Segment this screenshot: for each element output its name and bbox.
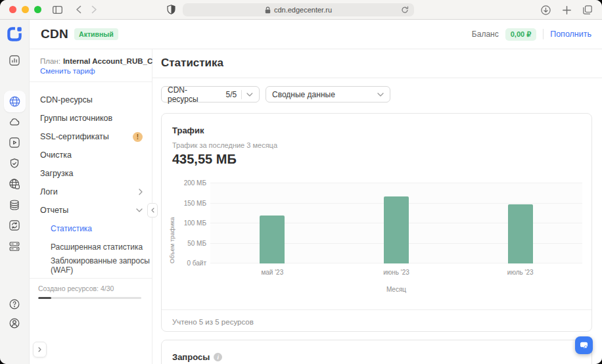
url-text: cdn.edgecenter.ru xyxy=(274,6,332,14)
address-bar[interactable]: cdn.edgecenter.ru xyxy=(183,3,414,16)
nav-collapse-handle[interactable] xyxy=(147,203,158,217)
sidebar-expand-button[interactable] xyxy=(33,342,47,357)
sidebar-toggle-icon[interactable] xyxy=(49,3,65,17)
main-content: Статистика CDN-ресурсы 5/5 Сводные данны… xyxy=(152,49,602,364)
close-window-button[interactable] xyxy=(9,6,16,13)
cdn-icon[interactable] xyxy=(7,94,22,108)
traffic-card: Трафик Трафик за последние 3 месяца 435,… xyxy=(161,113,592,332)
nav-item-ssl-certificates[interactable]: SSL-сертификаты ! xyxy=(30,127,152,146)
lock-icon xyxy=(265,7,271,14)
icon-rail xyxy=(0,20,30,364)
chevron-right-icon xyxy=(139,189,143,195)
nav-list: CDN-ресурсы Группы источников SSL-сертиф… xyxy=(30,82,152,275)
resources-progress-fill xyxy=(38,297,51,299)
privacy-shield-icon[interactable] xyxy=(163,3,179,17)
profile-icon[interactable] xyxy=(7,316,22,330)
downloads-icon[interactable] xyxy=(538,3,553,17)
page-title: Статистика xyxy=(161,57,223,70)
requests-card-title: Запросы xyxy=(172,352,210,362)
resource-filter-dropdown[interactable]: CDN-ресурсы 5/5 xyxy=(161,86,260,102)
security-shield-icon[interactable] xyxy=(7,156,22,171)
nav-item-reports[interactable]: Отчеты xyxy=(30,201,152,219)
app-header: CDN Активный Баланс 0,00 ₽ Пополнить xyxy=(30,20,602,49)
title-divider xyxy=(152,78,602,78)
gridline xyxy=(210,183,582,183)
chart-plot xyxy=(210,183,582,263)
chart-x-axis-title: Месяц xyxy=(210,286,582,293)
y-tick-label: 200 МБ xyxy=(184,179,206,187)
data-type-dropdown[interactable]: Сводные данные xyxy=(266,86,390,102)
tab-overview-icon[interactable] xyxy=(580,3,595,17)
browser-window: cdn.edgecenter.ru xyxy=(0,0,602,364)
y-tick-label: 50 МБ xyxy=(187,240,206,247)
x-tick-label: июнь '23 xyxy=(335,269,459,276)
plan-block: План: Internal Account_RUB_C... i Сменит… xyxy=(30,49,152,82)
minimize-window-button[interactable] xyxy=(22,6,29,13)
resource-filter-count: 5/5 xyxy=(226,90,237,99)
dns-icon[interactable] xyxy=(7,177,22,191)
chevron-right-icon xyxy=(38,347,41,352)
balance-value: 0,00 ₽ xyxy=(505,28,536,41)
plan-value: Internal Account_RUB_C... xyxy=(63,57,159,65)
forward-icon[interactable] xyxy=(86,3,102,17)
streaming-icon[interactable] xyxy=(7,135,22,150)
chevron-left-icon xyxy=(151,208,154,213)
hosting-icon[interactable] xyxy=(7,239,22,254)
nav-item-cdn-resources[interactable]: CDN-ресурсы xyxy=(30,91,152,109)
chart-x-labels: май '23июнь '23июль '23 xyxy=(210,269,582,276)
help-icon[interactable] xyxy=(7,297,22,311)
resources-counter: Создано ресурсов: 4/30 xyxy=(30,278,152,299)
y-tick-label: 150 МБ xyxy=(184,200,206,207)
zoom-window-button[interactable] xyxy=(34,6,41,13)
new-tab-icon[interactable] xyxy=(559,3,574,17)
analytics-icon[interactable] xyxy=(7,53,22,68)
y-tick-label: 100 МБ xyxy=(184,219,206,227)
x-tick-label: июль '23 xyxy=(458,269,582,276)
reload-icon[interactable] xyxy=(400,5,410,14)
resources-progress xyxy=(38,297,141,299)
change-plan-link[interactable]: Сменить тариф xyxy=(40,67,143,75)
browser-toolbar: cdn.edgecenter.ru xyxy=(0,0,602,20)
nav-item-prefetch[interactable]: Загрузка xyxy=(30,164,152,183)
edgecenter-logo[interactable] xyxy=(6,26,23,43)
requests-info-icon[interactable]: i xyxy=(214,353,222,361)
sync-icon[interactable] xyxy=(7,218,22,233)
topup-link[interactable]: Пополнить xyxy=(550,30,591,39)
chart-y-ticks: 200 МБ150 МБ100 МБ50 МБ0 байт xyxy=(176,183,206,263)
nav-subitem-waf-blocked[interactable]: Заблокированные запросы (WAF) xyxy=(30,256,152,275)
support-chat-button[interactable] xyxy=(575,336,593,354)
ssl-warning-badge: ! xyxy=(133,132,143,142)
traffic-bar xyxy=(384,196,409,263)
nav-item-origin-groups[interactable]: Группы источников xyxy=(30,109,152,127)
balance-label: Баланс xyxy=(472,30,499,39)
chevron-down-icon xyxy=(136,208,143,212)
traffic-card-footer: Учтено 5 из 5 ресурсов xyxy=(172,318,254,326)
requests-card: Запросы i xyxy=(161,340,592,364)
traffic-card-subtitle: Трафик за последние 3 месяца xyxy=(172,141,277,149)
plan-label: План: xyxy=(40,57,60,65)
nav-subitem-statistics[interactable]: Статистика xyxy=(30,219,152,238)
chevron-down-icon xyxy=(246,93,253,97)
nav-item-logs[interactable]: Логи xyxy=(30,183,152,201)
chevron-down-icon xyxy=(377,93,384,97)
storage-icon[interactable] xyxy=(7,198,22,212)
resource-filter-label: CDN-ресурсы xyxy=(168,85,217,104)
traffic-total-value: 435,55 МБ xyxy=(172,152,237,167)
back-icon[interactable] xyxy=(70,3,86,17)
traffic-card-title: Трафик xyxy=(172,125,204,135)
y-tick-label: 0 байт xyxy=(187,260,206,267)
x-tick-label: май '23 xyxy=(210,269,335,276)
left-nav: План: Internal Account_RUB_C... i Сменит… xyxy=(30,49,152,364)
chart-y-axis-title: Объем трафика xyxy=(168,183,175,263)
data-type-label: Сводные данные xyxy=(272,90,335,99)
traffic-bar xyxy=(508,204,533,263)
nav-subitem-advanced-statistics[interactable]: Расширенная статистика xyxy=(30,238,152,256)
resources-counter-text: Создано ресурсов: 4/30 xyxy=(38,284,141,292)
traffic-bar xyxy=(260,216,285,263)
status-badge: Активный xyxy=(74,28,118,40)
cloud-icon[interactable] xyxy=(7,115,22,129)
card-footer-divider xyxy=(162,309,591,310)
app-title: CDN xyxy=(41,27,68,41)
nav-item-purge[interactable]: Очистка xyxy=(30,146,152,164)
chat-icon xyxy=(579,340,589,350)
